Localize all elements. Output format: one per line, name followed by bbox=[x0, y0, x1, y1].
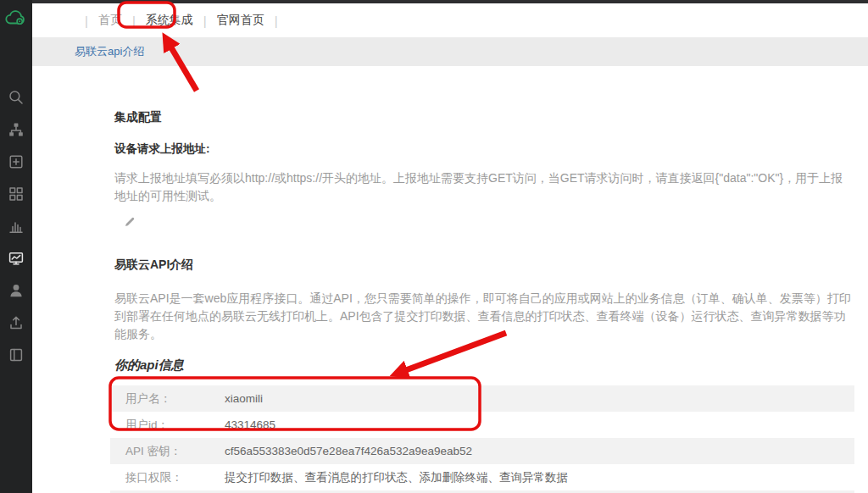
tab-separator: | bbox=[132, 14, 136, 28]
app-logo[interactable] bbox=[0, 0, 32, 37]
row-label: 用户名： bbox=[110, 391, 225, 407]
row-value: xiaomili bbox=[225, 392, 263, 405]
table-row-apikey: API 密钥： cf56a553383e0d57e28ea7f426a532a9… bbox=[110, 438, 854, 464]
add-box-icon bbox=[8, 153, 25, 170]
pencil-icon bbox=[123, 215, 136, 229]
row-label: 接口权限： bbox=[110, 470, 225, 485]
table-row-username: 用户名： xiaomili bbox=[110, 385, 854, 412]
sidebar-item-sitemap[interactable] bbox=[0, 121, 32, 138]
table-row-permissions: 接口权限： 提交打印数据、查看消息的打印状态、添加删除终端、查询异常数据 bbox=[110, 464, 854, 490]
sidebar bbox=[0, 0, 32, 493]
sidebar-item-add[interactable] bbox=[0, 153, 32, 170]
api-info-title: 你的api信息 bbox=[114, 358, 854, 371]
sub-nav: 易联云api介绍 bbox=[32, 37, 868, 66]
api-info-table: 用户名： xiaomili 用户id： 43314685 API 密钥： cf5… bbox=[110, 385, 854, 493]
sitemap-icon bbox=[8, 121, 25, 138]
api-intro-description: 易联云API是一套web应用程序接口。通过API，您只需要简单的操作，即可将自己… bbox=[114, 290, 854, 343]
row-value: 43314685 bbox=[225, 418, 275, 431]
tab-separator: | bbox=[85, 14, 88, 28]
row-value: cf56a553383e0d57e28ea7f426a532a9ea9eab52 bbox=[225, 445, 472, 457]
subnav-link-api-intro[interactable]: 易联云api介绍 bbox=[75, 44, 144, 59]
sidebar-item-statistics[interactable] bbox=[0, 218, 32, 235]
tab-home[interactable]: 首页 bbox=[98, 13, 122, 28]
edit-report-url-button[interactable] bbox=[123, 215, 140, 229]
main-area: | 首页 | 系统集成 | 官网首页 | 易联云api介绍 集成配置 设备请求上… bbox=[32, 0, 868, 493]
row-label: API 密钥： bbox=[110, 444, 225, 459]
tab-separator: | bbox=[203, 14, 207, 28]
sidebar-item-apps[interactable] bbox=[0, 186, 32, 202]
section-title-integration-config: 集成配置 bbox=[114, 110, 854, 124]
upload-icon bbox=[8, 314, 25, 331]
table-row-userid: 用户id： 43314685 bbox=[110, 412, 854, 438]
section-title-api-intro: 易联云API介绍 bbox=[114, 258, 854, 271]
sidebar-item-monitor[interactable] bbox=[0, 250, 32, 267]
monitor-chart-icon bbox=[8, 250, 25, 267]
top-nav: | 首页 | 系统集成 | 官网首页 | bbox=[32, 3, 868, 37]
tab-official-site[interactable]: 官网首页 bbox=[217, 13, 264, 28]
bar-chart-icon bbox=[8, 218, 25, 235]
sidebar-item-user[interactable] bbox=[0, 282, 32, 299]
row-value: 提交打印数据、查看消息的打印状态、添加删除终端、查询异常数据 bbox=[225, 470, 568, 485]
tab-separator: | bbox=[275, 14, 278, 28]
cloud-logo-icon bbox=[5, 9, 27, 28]
grid-icon bbox=[8, 186, 25, 202]
row-label: 用户id： bbox=[110, 418, 225, 433]
tab-system-integration[interactable]: 系统集成 bbox=[146, 13, 193, 28]
page-content: 集成配置 设备请求上报地址: 请求上报地址填写必须以http://或https:… bbox=[32, 66, 868, 493]
sidebar-nav bbox=[0, 89, 32, 379]
search-icon bbox=[8, 89, 25, 106]
sidebar-item-panel[interactable] bbox=[0, 346, 32, 363]
sidebar-item-search[interactable] bbox=[0, 89, 32, 106]
sidebar-item-export[interactable] bbox=[0, 314, 32, 331]
panel-icon bbox=[8, 346, 25, 363]
user-icon bbox=[8, 282, 25, 299]
report-url-label: 设备请求上报地址: bbox=[114, 142, 854, 155]
report-url-description: 请求上报地址填写必须以http://或https://开头的地址。上报地址需要支… bbox=[114, 169, 854, 205]
